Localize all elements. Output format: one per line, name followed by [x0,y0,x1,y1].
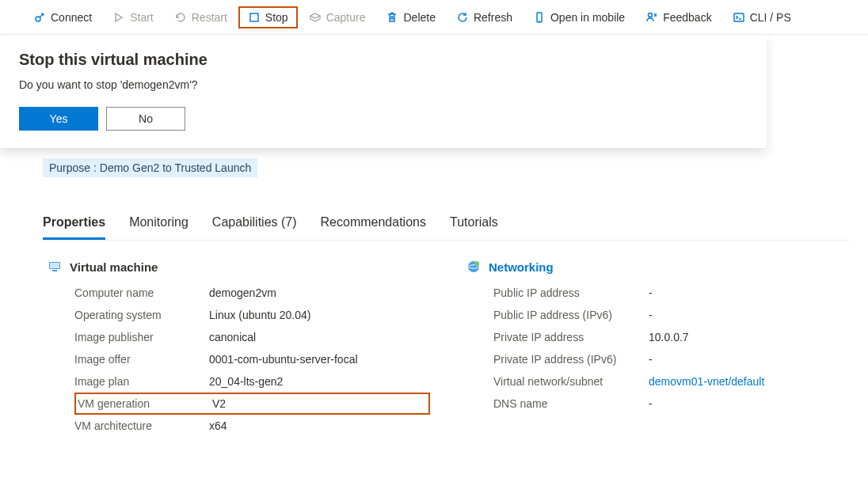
svg-rect-6 [50,263,59,268]
vm-heading-text: Virtual machine [70,260,158,274]
computer-name-label: Computer name [74,286,209,299]
cli-button[interactable]: CLI / PS [723,6,801,28]
os-value: Linux (ubuntu 20.04) [209,309,310,321]
delete-icon [386,11,398,24]
row-private-ip6: Private IP address (IPv6) - [493,348,849,370]
mobile-icon [533,11,546,24]
globe-icon [466,260,481,274]
vm-column: Virtual machine Computer name demogen2vm… [43,260,430,437]
feedback-button[interactable]: Feedback [636,6,721,28]
private-ip-label: Private IP address [493,331,649,343]
svg-point-9 [474,261,479,266]
restart-label: Restart [192,11,227,24]
svg-rect-1 [250,13,258,21]
connect-label: Connect [51,11,92,24]
svg-point-3 [649,13,653,17]
dialog-buttons: Yes No [19,107,748,131]
dialog-title: Stop this virtual machine [19,51,748,69]
row-publisher: Image publisher canonical [74,326,430,348]
refresh-icon [456,11,469,24]
public-ip-value: - [649,286,653,299]
private-ip6-label: Private IP address (IPv6) [493,353,649,366]
public-ip6-label: Public IP address (IPv6) [493,309,649,321]
svg-rect-4 [734,13,744,21]
plan-label: Image plan [74,375,209,388]
networking-heading[interactable]: Networking [466,260,849,274]
command-bar: Connect Start Restart Stop Capture Delet… [0,0,868,35]
row-os: Operating system Linux (ubuntu 20.04) [74,304,430,326]
restart-button: Restart [165,6,237,28]
publisher-value: canonical [209,331,256,343]
tab-capabilities[interactable]: Capabilities (7) [212,209,297,240]
arch-value: x64 [209,419,227,432]
refresh-button[interactable]: Refresh [447,6,522,28]
vm-heading: Virtual machine [48,260,430,274]
tab-strip: Properties Monitoring Capabilities (7) R… [43,209,849,241]
connect-button[interactable]: Connect [24,6,101,28]
offer-value: 0001-com-ubuntu-server-focal [209,353,358,366]
properties-panel: Virtual machine Computer name demogen2vm… [43,260,849,437]
plan-value: 20_04-lts-gen2 [209,375,283,388]
open-mobile-button[interactable]: Open in mobile [523,6,634,28]
refresh-label: Refresh [474,11,512,24]
row-vm-generation: VM generation V2 [74,393,430,415]
row-dns: DNS name - [493,393,849,415]
feedback-icon [645,11,658,24]
row-computer-name: Computer name demogen2vm [74,282,430,304]
start-label: Start [130,11,154,24]
publisher-label: Image publisher [74,331,209,343]
capture-icon [309,11,322,24]
open-mobile-label: Open in mobile [550,11,625,24]
private-ip-value: 10.0.0.7 [649,331,689,343]
row-public-ip6: Public IP address (IPv6) - [493,304,849,326]
capture-label: Capture [326,11,366,24]
computer-name-value: demogen2vm [209,286,276,299]
restart-icon [174,11,187,24]
tag-chip[interactable]: Purpose : Demo Gen2 to Trusted Launch [43,158,257,177]
row-plan: Image plan 20_04-lts-gen2 [74,370,430,393]
vm-generation-value: V2 [212,397,226,410]
stop-icon [248,11,261,24]
stop-confirm-dialog: Stop this virtual machine Do you want to… [0,35,767,148]
delete-label: Delete [403,11,435,24]
dialog-message: Do you want to stop 'demogen2vm'? [19,78,748,91]
tab-tutorials[interactable]: Tutorials [450,209,498,240]
no-button[interactable]: No [106,107,185,131]
stop-label: Stop [265,11,288,24]
dns-value: - [649,397,653,410]
row-private-ip: Private IP address 10.0.0.7 [493,326,849,348]
vnet-label: Virtual network/subnet [493,375,649,388]
private-ip6-value: - [649,353,653,366]
tab-recommendations[interactable]: Recommendations [321,209,426,240]
svg-rect-7 [52,270,57,271]
networking-column: Networking Public IP address - Public IP… [462,260,849,437]
public-ip6-value: - [649,309,653,321]
yes-button[interactable]: Yes [19,107,98,131]
cli-icon [733,11,745,24]
row-vnet: Virtual network/subnet demovm01-vnet/def… [493,370,849,393]
dns-label: DNS name [493,397,649,410]
row-public-ip: Public IP address - [493,282,849,304]
start-icon [112,11,125,24]
public-ip-label: Public IP address [493,286,649,299]
networking-heading-text: Networking [489,260,554,274]
cli-label: CLI / PS [750,11,791,24]
vm-icon [48,260,62,274]
row-arch: VM architecture x64 [74,415,430,437]
tab-properties[interactable]: Properties [43,209,105,240]
start-button: Start [103,6,163,28]
delete-button[interactable]: Delete [376,6,444,28]
vm-generation-label: VM generation [78,397,212,410]
stop-button[interactable]: Stop [238,6,298,28]
connect-icon [33,11,46,24]
capture-button: Capture [299,6,375,28]
feedback-label: Feedback [663,11,711,24]
offer-label: Image offer [74,353,209,366]
os-label: Operating system [74,309,209,321]
tab-monitoring[interactable]: Monitoring [129,209,188,240]
row-offer: Image offer 0001-com-ubuntu-server-focal [74,348,430,370]
vnet-value[interactable]: demovm01-vnet/default [649,375,764,388]
arch-label: VM architecture [74,419,209,432]
